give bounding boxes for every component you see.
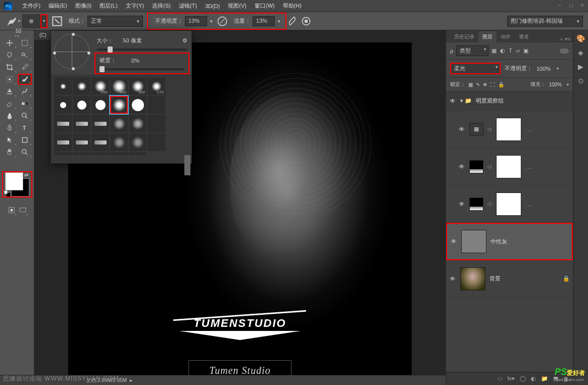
visibility-icon[interactable]: 👁 (450, 238, 457, 245)
menu-select[interactable]: 选择(S) (148, 2, 175, 10)
lock-artboard-icon[interactable]: ⛶ (490, 82, 495, 87)
layer-group-icon[interactable]: 📁 (541, 375, 548, 382)
tab-history[interactable]: 历史记录 (450, 31, 478, 42)
shape-tool[interactable] (18, 134, 32, 146)
menu-window[interactable]: 窗口(W) (251, 2, 279, 10)
filter-type-icon[interactable]: T (509, 47, 512, 54)
pressure-opacity-icon[interactable] (216, 15, 229, 28)
layer-thumb[interactable] (461, 230, 486, 253)
brush-preset-selected[interactable] (110, 96, 128, 114)
screenmode-icon[interactable] (18, 205, 28, 216)
layer-fx-icon[interactable]: fx▾ (507, 375, 515, 382)
color-swatch[interactable]: ⇄ (2, 171, 32, 198)
menu-type[interactable]: 文字(Y) (122, 2, 149, 10)
gear-icon[interactable]: ⚙ (182, 37, 187, 44)
brush-preset[interactable] (148, 96, 165, 114)
layer-row[interactable]: 👁 ▦ ⬭ ... (446, 111, 573, 148)
brush-preset[interactable] (110, 115, 128, 132)
current-tool-icon[interactable] (5, 15, 18, 28)
brush-preset[interactable] (148, 115, 165, 132)
mask-thumb[interactable] (496, 118, 521, 141)
brush-panel-button[interactable] (51, 15, 64, 28)
filter-pixel-icon[interactable]: ▦ (492, 47, 497, 54)
blend-mode-select[interactable]: 正常 (87, 16, 143, 27)
tab-channels[interactable]: 通道 (515, 31, 533, 42)
swap-colors-icon[interactable]: ⇄ (24, 172, 28, 178)
layer-more[interactable]: ... (525, 164, 533, 170)
default-colors-icon[interactable] (4, 190, 10, 197)
brush-preset[interactable]: 400 (110, 77, 128, 95)
brush-preset[interactable] (148, 133, 165, 151)
brush-picker-toggle[interactable]: ▾ (40, 14, 47, 28)
layer-mask-icon[interactable]: ◯ (520, 375, 526, 382)
brush-preset[interactable] (91, 115, 109, 132)
layer-group-row[interactable]: 👁 ▾ 📁 明度观察组 (446, 91, 573, 111)
layer-row[interactable]: 👁 ⬭ ... (446, 148, 573, 185)
brush-preset[interactable] (54, 133, 72, 151)
move-tool[interactable] (3, 37, 17, 49)
layer-thumb[interactable] (460, 267, 485, 291)
brush-preset[interactable] (73, 133, 90, 151)
brush-preset[interactable] (129, 152, 146, 155)
workspace-select[interactable]: 图门修图培训-韩国瑞 (507, 16, 583, 27)
flow-input[interactable]: 13% (253, 16, 275, 26)
lock-paint-icon[interactable]: ✎ (476, 82, 480, 87)
tab-layers[interactable]: 图层 (478, 31, 497, 42)
pen-tool[interactable] (3, 122, 17, 133)
layer-row-background[interactable]: 👁 背景 🔒 (446, 260, 573, 298)
lasso-tool[interactable] (3, 50, 17, 61)
type-tool[interactable]: T (18, 122, 32, 133)
document-tab[interactable]: (C) (34, 30, 52, 40)
wand-tool[interactable] (18, 50, 32, 61)
layer-more[interactable]: ... (525, 126, 533, 132)
brush-preset[interactable] (54, 152, 72, 155)
opacity-input[interactable]: 13% (185, 16, 207, 26)
menu-3d[interactable]: 3D(D) (201, 3, 224, 9)
zoom-tool[interactable] (18, 147, 32, 158)
brush-preset[interactable] (129, 96, 146, 114)
airbrush-icon[interactable] (286, 15, 300, 28)
tab-actions[interactable]: 动作 (497, 31, 515, 42)
menu-edit[interactable]: 编辑(E) (44, 2, 71, 10)
hardness-value[interactable]: 0% (120, 58, 151, 64)
panel-resize-grip[interactable]: ◢ (51, 155, 191, 163)
eyedropper-tool[interactable] (18, 62, 32, 73)
lock-all-icon[interactable]: 🔒 (498, 82, 504, 87)
menu-file[interactable]: 文件(F) (18, 2, 44, 10)
layer-opacity-value[interactable]: 100% (536, 66, 551, 72)
blur-tool[interactable] (3, 110, 17, 121)
link-layers-icon[interactable]: ⬭ (498, 375, 502, 382)
dodge-tool[interactable] (18, 110, 32, 121)
window-minimize[interactable]: − (558, 2, 561, 8)
filter-type-select[interactable]: 类型 (456, 45, 488, 56)
brush-preset[interactable] (73, 96, 90, 114)
size-value[interactable]: 50 像素 (117, 37, 148, 44)
menu-layer[interactable]: 图层(L) (95, 2, 121, 10)
menu-help[interactable]: 帮助(H) (279, 2, 306, 10)
brush-preset[interactable] (54, 115, 72, 132)
dock-options-icon[interactable]: ⊙ (578, 77, 584, 85)
brush-preset[interactable] (110, 133, 128, 151)
brush-tool[interactable] (18, 74, 32, 85)
visibility-icon[interactable]: 👁 (458, 163, 465, 170)
blend-mode-select[interactable]: 柔光 (450, 63, 501, 74)
brush-preset[interactable] (91, 96, 109, 114)
dock-color-icon[interactable]: 🎨 (576, 34, 585, 42)
mask-thumb[interactable] (496, 155, 521, 178)
quickmask-icon[interactable] (7, 205, 17, 216)
layer-more[interactable]: ... (525, 201, 533, 207)
visibility-icon[interactable]: 👁 (449, 275, 456, 282)
brush-preset[interactable] (73, 115, 90, 132)
brush-preset[interactable]: 50 (110, 152, 128, 155)
visibility-icon[interactable]: 👁 (458, 126, 465, 133)
filter-adjust-icon[interactable]: ◐ (500, 47, 505, 54)
brush-preset[interactable]: 175 (148, 77, 165, 95)
brush-preset[interactable]: 300 (129, 77, 146, 95)
layer-name[interactable]: 明度观察组 (476, 97, 570, 105)
filter-smart-icon[interactable]: ▣ (523, 47, 528, 54)
brush-preset[interactable] (73, 152, 90, 155)
brush-preset[interactable] (91, 133, 109, 151)
window-maximize[interactable]: □ (569, 2, 573, 8)
size-slider[interactable] (96, 49, 187, 51)
lock-position-icon[interactable]: ✥ (483, 82, 487, 87)
